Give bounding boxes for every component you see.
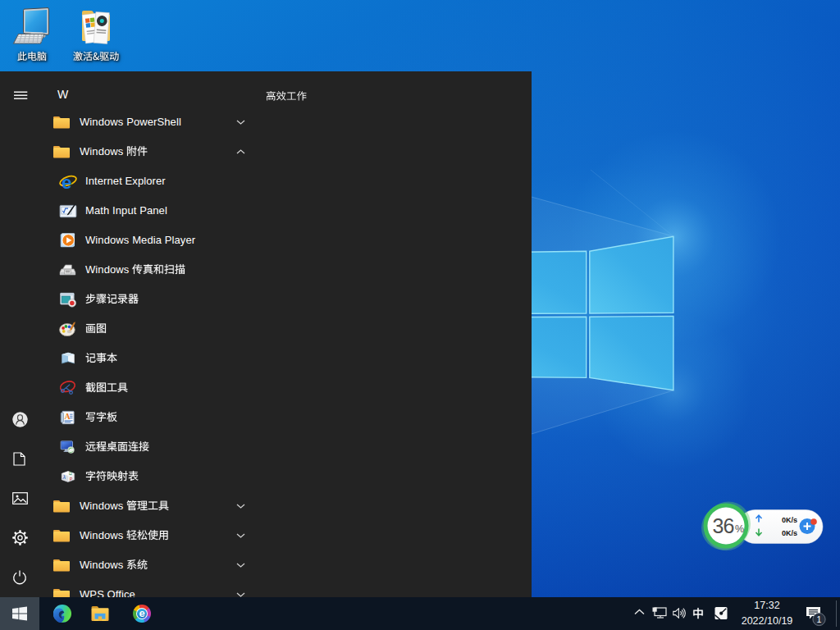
svg-text:λ: λ — [62, 474, 66, 481]
svg-text:36: 36 — [713, 514, 734, 537]
svg-text:0K/s: 0K/s — [782, 529, 797, 537]
svg-text:Ω: Ω — [69, 472, 72, 476]
svg-text:%: % — [735, 523, 744, 535]
svg-text:P: P — [70, 477, 73, 482]
svg-text:0K/s: 0K/s — [782, 516, 797, 524]
svg-text:e: e — [62, 172, 72, 190]
svg-text:1: 1 — [817, 614, 822, 624]
